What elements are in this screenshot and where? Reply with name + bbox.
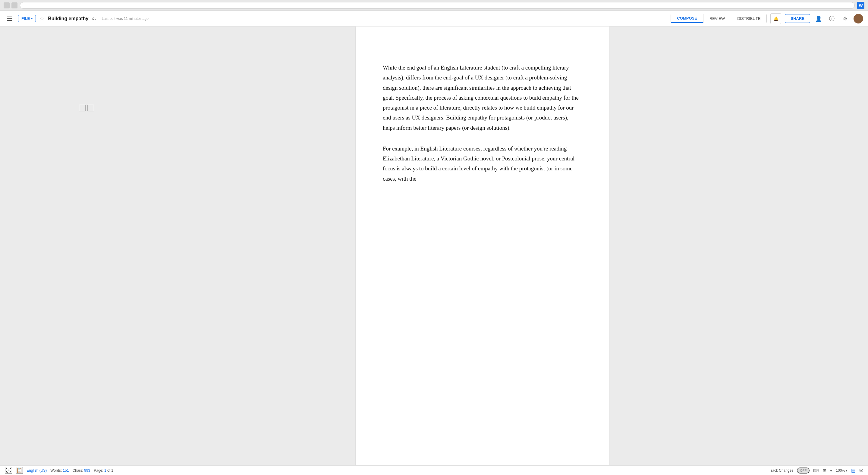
info-icon-button[interactable]: ⓘ [827, 14, 837, 24]
app-header: FILE ▾ ☆ Building empathy 🗂 Last edit wa… [0, 11, 868, 27]
chevron-down-icon: ▾ [830, 468, 832, 473]
share-button[interactable]: SHARE [785, 14, 810, 23]
status-right: Track Changes OFF ⌨ ⊞ ▾ 100% ▾ ▤ ✉ [769, 468, 863, 474]
settings-icon: ⚙ [843, 15, 847, 22]
view-icon-button[interactable]: ⊞ [823, 468, 827, 473]
note-button[interactable]: 📋 [16, 467, 23, 474]
nav-tabs: COMPOSE REVIEW DISTRIBUTE [671, 14, 767, 23]
tab-distribute[interactable]: DISTRIBUTE [731, 14, 767, 23]
browser-forward[interactable] [11, 2, 18, 8]
paragraph-2: For example, in English Literature cours… [383, 144, 582, 183]
people-icon-button[interactable]: 👤 [814, 14, 824, 24]
main-area: While the end goal of an English Literat… [0, 27, 868, 465]
browser-controls [4, 2, 18, 8]
file-button[interactable]: FILE ▾ [18, 15, 36, 22]
zoom-level: 100% [836, 468, 845, 473]
browser-back[interactable] [4, 2, 10, 8]
browser-bar: W [0, 0, 868, 11]
char-count: Chars: 993 [73, 468, 90, 473]
track-changes-toggle[interactable]: OFF [797, 468, 809, 474]
paragraph-1: While the end goal of an English Literat… [383, 63, 582, 133]
word-count: Words: 151 [50, 468, 69, 473]
zoom-chevron-icon: ▾ [846, 468, 847, 473]
chevron-down-button[interactable]: ▾ [830, 468, 832, 473]
hamburger-line-2 [7, 19, 12, 19]
star-icon: ☆ [39, 15, 44, 22]
settings-icon-button[interactable]: ⚙ [840, 14, 850, 24]
comment-icon: 💬 [5, 468, 11, 473]
sidebar-icons [79, 105, 94, 111]
keyboard-icon: ⌨ [813, 468, 819, 473]
status-bar: 💬 📋 English (US) Words: 151 Chars: 993 P… [0, 465, 868, 475]
star-button[interactable]: ☆ [39, 15, 44, 22]
hamburger-line-3 [7, 20, 12, 21]
last-edit-text: Last edit was 11 minutes ago [101, 16, 148, 21]
track-changes-label: Track Changes [769, 468, 793, 473]
view-grid-icon: ⊞ [823, 468, 827, 473]
file-label: FILE [22, 16, 30, 21]
sidebar-icon-1[interactable] [79, 105, 86, 111]
info-icon: ⓘ [829, 15, 835, 22]
mail-icon: ✉ [859, 468, 863, 473]
user-avatar[interactable] [854, 14, 863, 24]
hamburger-line-1 [7, 16, 12, 17]
folder-button[interactable]: 🗂 [92, 16, 97, 21]
comment-button[interactable]: 💬 [5, 467, 12, 474]
people-icon: 👤 [815, 15, 822, 22]
browser-logo: W [857, 2, 864, 9]
tab-compose[interactable]: COMPOSE [671, 14, 703, 23]
hamburger-button[interactable] [5, 14, 14, 24]
browser-url[interactable] [20, 2, 855, 9]
layout-button[interactable]: ▤ [851, 468, 856, 473]
share-label: SHARE [790, 16, 804, 21]
keyboard-icon-button[interactable]: ⌨ [813, 468, 819, 473]
mail-button[interactable]: ✉ [859, 468, 863, 473]
page-info: Page: 1 of 1 [94, 468, 113, 473]
page-number: 1 [104, 468, 106, 473]
document-title: Building empathy [48, 16, 88, 21]
zoom-button[interactable]: 100% ▾ [836, 468, 847, 473]
notifications-icon: 🔔 [773, 16, 778, 21]
notifications-button[interactable]: 🔔 [770, 13, 781, 24]
browser-logo-text: W [859, 3, 863, 8]
language-label: English (US) [27, 468, 47, 473]
tab-review[interactable]: REVIEW [704, 14, 731, 23]
status-left: 💬 📋 English (US) Words: 151 Chars: 993 P… [5, 467, 113, 474]
file-chevron: ▾ [31, 17, 33, 20]
sidebar-icon-2[interactable] [87, 105, 94, 111]
document-container[interactable]: While the end goal of an English Literat… [96, 27, 868, 465]
left-sidebar [0, 27, 96, 465]
document-page: While the end goal of an English Literat… [355, 27, 609, 465]
note-icon: 📋 [16, 468, 22, 473]
folder-icon: 🗂 [92, 16, 97, 21]
layout-icon: ▤ [851, 468, 856, 473]
